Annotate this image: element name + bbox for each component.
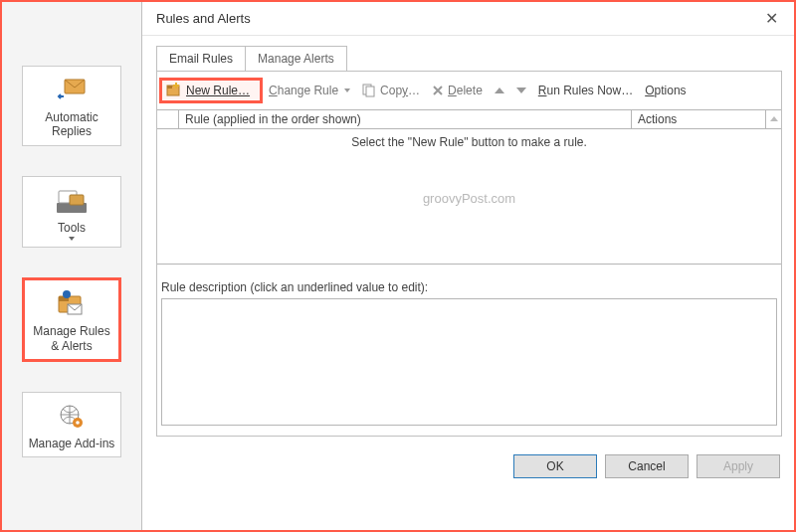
copy-button[interactable]: Copy… bbox=[356, 81, 426, 100]
watermark-text: groovyPost.com bbox=[157, 191, 781, 206]
copy-icon bbox=[362, 84, 376, 97]
scroll-up-button[interactable] bbox=[765, 110, 781, 128]
rule-description-box bbox=[161, 298, 777, 426]
delete-button[interactable]: Delete bbox=[426, 81, 489, 100]
tools-icon bbox=[56, 187, 88, 215]
new-rule-label: New Rule… bbox=[186, 84, 250, 97]
svg-rect-16 bbox=[366, 87, 374, 96]
manage-rules-alerts-button[interactable]: Manage Rules & Alerts bbox=[22, 277, 121, 362]
automatic-replies-label: Automatic Replies bbox=[27, 110, 116, 139]
tab-manage-alerts[interactable]: Manage Alerts bbox=[245, 46, 347, 71]
automatic-replies-icon bbox=[56, 77, 88, 104]
manage-rules-label: Manage Rules & Alerts bbox=[29, 324, 114, 353]
tab-email-rules[interactable]: Email Rules bbox=[156, 46, 246, 71]
automatic-replies-button[interactable]: Automatic Replies bbox=[22, 66, 121, 146]
new-rule-icon bbox=[166, 83, 182, 98]
close-button[interactable]: ✕ bbox=[755, 5, 788, 32]
options-button[interactable]: Options bbox=[639, 81, 692, 100]
ok-button[interactable]: OK bbox=[513, 454, 597, 478]
dialog-buttons: OK Cancel Apply bbox=[142, 446, 796, 490]
empty-rules-message: Select the "New Rule" button to make a r… bbox=[157, 129, 781, 149]
rules-and-alerts-dialog: Rules and Alerts ✕ Email Rules Manage Al… bbox=[141, 2, 796, 532]
chevron-down-icon bbox=[344, 89, 350, 92]
col-rule-header: Rule (applied in the order shown) bbox=[179, 110, 632, 128]
svg-point-10 bbox=[76, 421, 80, 425]
svg-point-6 bbox=[63, 290, 71, 298]
new-rule-button[interactable]: New Rule… bbox=[159, 78, 263, 103]
svg-rect-14 bbox=[173, 85, 179, 87]
manage-addins-icon bbox=[56, 403, 88, 431]
rules-grid-header: Rule (applied in the order shown) Action… bbox=[157, 109, 781, 129]
tools-label: Tools bbox=[27, 221, 116, 235]
svg-rect-12 bbox=[167, 86, 172, 89]
delete-icon bbox=[432, 85, 444, 96]
cancel-button[interactable]: Cancel bbox=[605, 454, 689, 478]
manage-addins-button[interactable]: Manage Add-ins bbox=[22, 392, 121, 457]
tools-button[interactable]: Tools bbox=[22, 176, 121, 248]
col-checkbox bbox=[157, 110, 179, 128]
manage-rules-icon bbox=[56, 290, 88, 318]
chevron-down-icon bbox=[69, 237, 75, 241]
tab-bar: Email Rules Manage Alerts bbox=[142, 36, 796, 71]
email-rules-pane: New Rule… Change Rule Copy… Delete Run R… bbox=[156, 71, 782, 437]
toolbar: New Rule… Change Rule Copy… Delete Run R… bbox=[157, 72, 781, 109]
dialog-title: Rules and Alerts bbox=[156, 11, 755, 26]
col-actions-header: Actions bbox=[632, 110, 765, 128]
apply-button[interactable]: Apply bbox=[696, 454, 780, 478]
run-rules-now-button[interactable]: Run Rules Now… bbox=[532, 81, 639, 100]
change-rule-button[interactable]: Change Rule bbox=[263, 81, 356, 100]
rule-description-label: Rule description (click an underlined va… bbox=[157, 265, 781, 298]
move-down-button[interactable] bbox=[516, 88, 526, 93]
svg-rect-3 bbox=[70, 195, 84, 205]
manage-addins-label: Manage Add-ins bbox=[27, 437, 116, 450]
rules-list: Select the "New Rule" button to make a r… bbox=[157, 129, 781, 265]
move-up-button[interactable] bbox=[495, 88, 504, 93]
